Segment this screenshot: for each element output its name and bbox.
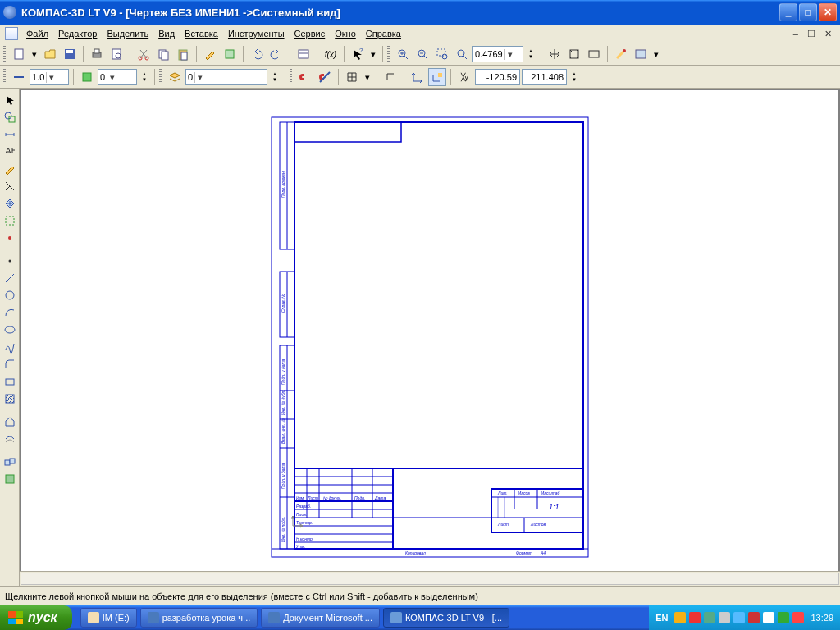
linestyle-combo[interactable]: 1.0▾ [30, 69, 69, 85]
redraw-button[interactable] [612, 45, 630, 63]
variables-button[interactable]: f(x) [322, 45, 340, 63]
tray-icon[interactable] [792, 612, 804, 623]
snap-toggle-button[interactable] [296, 68, 314, 86]
tray-icon[interactable] [674, 612, 686, 623]
tool-circle[interactable] [2, 287, 18, 304]
tool-select[interactable] [2, 92, 18, 108]
tool-spline[interactable] [2, 339, 18, 355]
zoom-spin[interactable]: ▲▼ [525, 45, 536, 63]
horizontal-scrollbar[interactable] [20, 571, 840, 586]
tool-spec[interactable] [2, 230, 18, 246]
tool-point[interactable] [2, 253, 18, 269]
properties-button[interactable] [201, 45, 219, 63]
tool-params[interactable] [2, 178, 18, 194]
zoom-prev-button[interactable] [453, 45, 471, 63]
taskbar-item-0[interactable]: IM (E:) [80, 608, 137, 628]
pan-button[interactable] [546, 45, 564, 63]
tray-icon[interactable] [689, 612, 701, 623]
menu-file[interactable]: Файл [21, 27, 53, 40]
tool-geometry[interactable] [2, 109, 18, 126]
tool-text[interactable] [2, 144, 18, 160]
taskbar-item-3[interactable]: КОМПАС-3D LT V9 - [... [383, 608, 509, 628]
help-pointer-dropdown[interactable]: ▾ [368, 45, 378, 63]
menu-editor[interactable]: Редактор [53, 27, 102, 40]
copy-button[interactable] [154, 45, 172, 63]
tool-contour[interactable] [2, 413, 18, 430]
tray-icon[interactable] [778, 612, 789, 623]
new-button[interactable] [10, 45, 28, 63]
tool-hatch[interactable] [2, 390, 18, 407]
zoom-out-button[interactable] [413, 45, 431, 63]
zoom-in-button[interactable] [394, 45, 412, 63]
preview-button[interactable] [107, 45, 126, 63]
ortho-button[interactable] [381, 68, 399, 86]
print-button[interactable] [88, 45, 106, 63]
menu-tools[interactable]: Инструменты [223, 27, 290, 40]
coord-x-field[interactable]: -120.59 [475, 69, 520, 85]
paste-button[interactable] [174, 45, 192, 63]
menu-window[interactable]: Окно [330, 27, 361, 40]
language-indicator[interactable]: EN [655, 613, 668, 623]
state-spin[interactable]: ▲▼ [139, 68, 150, 86]
menu-help[interactable]: Справка [361, 27, 406, 40]
tool-line[interactable] [2, 270, 18, 286]
snap-off-button[interactable] [316, 68, 334, 86]
menu-service[interactable]: Сервис [290, 27, 331, 40]
tray-icon[interactable] [748, 612, 760, 623]
tray-icon[interactable] [763, 612, 774, 623]
tool-edit[interactable] [2, 161, 18, 177]
new-dropdown[interactable]: ▾ [30, 45, 39, 63]
state-combo[interactable]: 0▾ [98, 69, 137, 85]
tool-dimensions[interactable] [2, 126, 18, 143]
layer-spin[interactable]: ▲▼ [269, 68, 281, 86]
coord-spin[interactable]: ▲▼ [568, 68, 580, 86]
tool-equidistant[interactable] [2, 431, 18, 447]
tray-icon[interactable] [733, 612, 745, 623]
zoom-window-button[interactable] [433, 45, 451, 63]
tool-fillet[interactable] [2, 356, 18, 372]
cut-button[interactable] [135, 45, 153, 63]
layer-combo[interactable]: 0▾ [185, 69, 267, 85]
tool-ellipse[interactable] [2, 322, 18, 338]
menu-select[interactable]: Выделить [102, 27, 153, 40]
grid-dropdown[interactable]: ▾ [363, 68, 372, 86]
tray-icon[interactable] [704, 612, 715, 623]
save-button[interactable] [61, 45, 79, 63]
tool-measure[interactable] [2, 195, 18, 212]
local-cs-button[interactable] [409, 68, 427, 86]
start-button[interactable]: пуск [0, 605, 72, 630]
open-button[interactable] [41, 45, 59, 63]
tool-select2[interactable] [2, 212, 18, 229]
zoom-fit-button[interactable] [565, 45, 583, 63]
layers-button[interactable] [166, 68, 184, 86]
tool-arc[interactable] [2, 304, 18, 321]
zoom-all-button[interactable] [585, 45, 603, 63]
drawing-canvas[interactable]: Изм. Лист № докум. Подп. Дата Разраб. Пр… [21, 90, 838, 584]
tool-rect[interactable] [2, 373, 18, 390]
menu-view[interactable]: Вид [153, 27, 180, 40]
help-pointer-button[interactable]: ? [349, 45, 367, 63]
refresh-dropdown[interactable]: ▾ [651, 45, 661, 63]
local-cs-toggle[interactable] [428, 68, 446, 86]
refresh-button[interactable] [632, 45, 650, 63]
manager-button[interactable] [294, 45, 313, 63]
grid-button[interactable] [343, 68, 361, 86]
redo-button[interactable] [267, 45, 285, 63]
undo-button[interactable] [248, 45, 266, 63]
mdi-buttons[interactable]: – ☐ ✕ [793, 29, 835, 39]
coord-y-field[interactable]: 211.408 [522, 69, 567, 85]
window-maximize-button[interactable]: □ [799, 3, 817, 21]
state-button[interactable] [78, 68, 96, 86]
taskbar-item-1[interactable]: разработка урока ч... [140, 608, 258, 628]
tool-library[interactable] [2, 471, 18, 487]
window-minimize-button[interactable]: _ [779, 3, 797, 21]
copy-props-button[interactable] [221, 45, 239, 63]
linestyle-button[interactable] [10, 68, 28, 86]
tool-assembly[interactable] [2, 454, 18, 470]
taskbar-item-2[interactable]: Документ Microsoft ... [261, 608, 380, 628]
window-close-button[interactable]: ✕ [819, 3, 837, 21]
tray-icon[interactable] [719, 612, 730, 623]
zoom-combo[interactable]: 0.4769▾ [472, 46, 523, 62]
system-tray[interactable]: EN 13:29 [649, 605, 840, 630]
menu-insert[interactable]: Вставка [180, 27, 223, 40]
